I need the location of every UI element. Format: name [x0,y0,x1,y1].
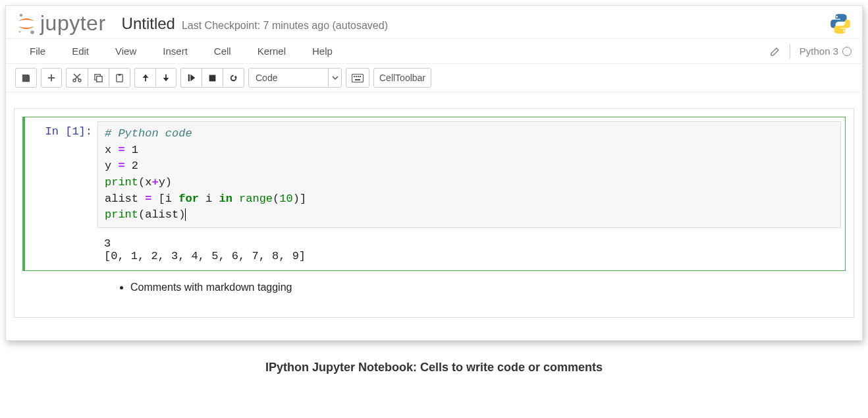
markdown-bullet: Comments with markdown tagging [130,282,839,293]
menu-kernel[interactable]: Kernel [244,39,299,63]
scissors-icon [72,73,82,83]
svg-point-6 [78,79,81,82]
move-group [134,68,176,88]
cell-body: # Python code x = 1 y = 2 print(x+y) ali… [97,121,841,262]
paste-button[interactable] [109,68,130,88]
svg-rect-15 [356,76,357,77]
notebook-container: In [1]: # Python code x = 1 y = 2 print(… [14,108,854,318]
svg-rect-16 [358,76,359,77]
save-button[interactable] [15,68,37,88]
command-palette-button[interactable] [346,68,369,88]
keyboard-icon [352,74,364,82]
cut-button[interactable] [66,68,88,88]
restart-button[interactable] [223,68,244,88]
header: jupyter Untitled Last Checkpoint: 7 minu… [6,6,862,38]
python-icon [829,13,852,35]
notebook-area: In [1]: # Python code x = 1 y = 2 print(… [6,92,862,340]
refresh-icon [229,73,238,83]
toolbar: Code CellToolbar [6,64,862,92]
pencil-icon[interactable] [770,46,780,57]
kernel-indicator-icon [842,47,852,56]
chevron-down-icon [328,69,341,87]
title-area: Untitled Last Checkpoint: 7 minutes ago … [122,15,388,33]
code-cell[interactable]: In [1]: # Python code x = 1 y = 2 print(… [22,117,846,271]
checkpoint-text: Last Checkpoint: 7 minutes ago (autosave… [182,20,388,32]
python-logo [829,13,852,35]
plus-icon [47,73,56,82]
run-group [180,68,244,88]
menu-insert[interactable]: Insert [149,39,201,63]
arrow-down-icon [161,73,171,82]
celltoolbar-button[interactable]: CellToolbar [373,68,431,88]
jupyter-planet-icon [16,13,36,35]
menu-file[interactable]: File [16,39,59,63]
svg-rect-14 [354,76,355,77]
output-line: [0, 1, 2, 3, 4, 5, 6, 7, 8, 9] [104,250,306,262]
move-down-button[interactable] [155,68,176,88]
svg-point-0 [20,13,22,16]
cursor [185,208,186,221]
cell-type-select[interactable]: Code [248,68,342,88]
copy-button[interactable] [88,68,109,88]
svg-point-5 [73,79,76,82]
save-icon [21,73,31,83]
svg-rect-8 [97,76,102,81]
code-input-area[interactable]: # Python code x = 1 y = 2 print(x+y) ali… [97,121,841,228]
output-area: 3 [0, 1, 2, 3, 4, 5, 6, 7, 8, 9] [97,228,841,262]
run-button[interactable] [180,68,202,88]
jupyter-logo[interactable]: jupyter [16,11,106,36]
svg-point-3 [836,15,838,17]
svg-rect-13 [352,74,364,82]
svg-point-1 [30,30,34,34]
jupyter-logo-text: jupyter [40,11,106,36]
arrow-up-icon [141,73,150,82]
menu-cell[interactable]: Cell [201,39,244,63]
svg-rect-18 [355,79,360,80]
output-line: 3 [104,237,111,250]
svg-point-2 [18,30,20,32]
svg-rect-11 [188,75,189,82]
copy-icon [94,73,103,83]
notebook-title[interactable]: Untitled [122,15,175,33]
edit-group [66,68,130,88]
input-prompt: In [1]: [25,121,97,262]
figure-caption: IPython Jupyter Notebook: Cells to write… [0,346,868,381]
divider [790,44,790,59]
paste-icon [115,73,124,83]
jupyter-window: jupyter Untitled Last Checkpoint: 7 minu… [5,5,863,341]
interrupt-button[interactable] [202,68,223,88]
menubar: File Edit View Insert Cell Kernel Help P… [6,38,862,64]
cell-type-value: Code [249,69,328,87]
menu-view[interactable]: View [102,39,149,63]
menu-help[interactable]: Help [299,39,346,63]
insert-cell-button[interactable] [41,68,62,88]
svg-rect-10 [119,73,121,75]
menu-edit[interactable]: Edit [59,39,102,63]
kernel-name[interactable]: Python 3 [800,45,838,57]
svg-rect-12 [209,75,216,81]
markdown-cell[interactable]: Comments with markdown tagging [22,271,846,297]
svg-rect-17 [360,76,361,77]
stop-icon [208,74,217,82]
step-forward-icon [187,73,196,82]
move-up-button[interactable] [134,68,155,88]
svg-point-4 [843,30,845,32]
